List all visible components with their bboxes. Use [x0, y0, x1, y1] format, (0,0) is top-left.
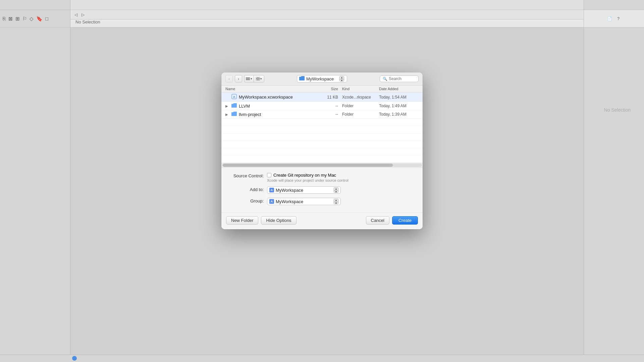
add-to-field-content: A MyWorkspace: [269, 188, 332, 193]
group-label: Group:: [227, 198, 267, 203]
file-row-llvm-project[interactable]: ▶ llvm-project -- Folder Today, 1:39 AM: [221, 110, 423, 119]
column-headers: Name Size Kind Date Added: [221, 85, 423, 93]
add-to-stepper[interactable]: ▲ ▼: [334, 187, 338, 193]
footer-right-buttons: Cancel Create: [366, 216, 418, 225]
right-panel: 📄 ?: [584, 0, 644, 362]
add-to-row: Add to: A MyWorkspace ▲ ▼: [227, 186, 417, 194]
source-control-content: Create Git repository on my Mac Xcode wi…: [267, 173, 348, 182]
file-kind-llvm-project: Folder: [338, 112, 375, 117]
empty-row-2: [221, 126, 423, 133]
git-repo-hint: Xcode will place your project under sour…: [267, 178, 348, 182]
source-control-label: Source Control:: [227, 173, 267, 178]
file-name-llvm: LLVM: [239, 104, 250, 109]
dialog-forward-button[interactable]: ›: [235, 75, 242, 82]
left-sidebar: ⎘ ⊠ ⊞ ⚐ ◇ 🔖 □: [0, 0, 70, 362]
cancel-button[interactable]: Cancel: [366, 216, 389, 225]
location-stepper[interactable]: ▲ ▼: [339, 76, 344, 81]
sidebar-toolbar-icon-7[interactable]: □: [45, 16, 48, 21]
footer-left-buttons: New Folder Hide Options: [226, 216, 297, 225]
empty-row-5: [221, 148, 423, 156]
git-repo-row: Create Git repository on my Mac: [267, 173, 348, 178]
horizontal-scrollbar[interactable]: [221, 163, 423, 168]
sidebar-toolbar-icon-2[interactable]: ⊠: [8, 16, 13, 22]
svg-text:A: A: [233, 95, 235, 99]
sidebar-toolbar-icon-4[interactable]: ⚐: [22, 16, 27, 22]
right-inspector-header: 📄 ?: [584, 10, 644, 27]
file-list-area: Name Size Kind Date Added A MyWorkspace.…: [221, 85, 423, 163]
list-view-button[interactable]: ▾: [244, 75, 254, 82]
svg-rect-7: [256, 77, 258, 78]
sidebar-toolbar-icon-6[interactable]: 🔖: [36, 16, 43, 22]
no-selection-right: No Selection: [604, 107, 631, 113]
search-icon: 🔍: [383, 77, 387, 81]
col-header-date: Date Added: [375, 87, 419, 91]
hide-options-button[interactable]: Hide Options: [261, 216, 296, 225]
dialog-footer: New Folder Hide Options Cancel Create: [221, 213, 423, 229]
grid-view-button[interactable]: ▾: [254, 75, 264, 82]
group-value: MyWorkspace: [276, 199, 303, 204]
folder-icon-llvm-project: [231, 112, 237, 117]
file-kind-llvm: Folder: [338, 104, 375, 108]
file-row-llvm[interactable]: ▶ LLVM -- Folder Today, 1:49 AM: [221, 102, 423, 110]
status-indicator: [72, 356, 77, 361]
group-stepper[interactable]: ▲ ▼: [334, 199, 338, 204]
git-repo-label: Create Git repository on my Mac: [273, 173, 336, 178]
file-size-llvm: --: [311, 104, 338, 108]
scrollbar-thumb[interactable]: [223, 164, 393, 167]
group-field-content: A MyWorkspace: [269, 199, 332, 204]
empty-row-6: [221, 156, 423, 163]
file-size-workspace: 11 KB: [311, 95, 338, 100]
status-bar: [0, 355, 644, 362]
svg-rect-10: [258, 79, 260, 80]
nav-back-icon[interactable]: ◁: [73, 12, 79, 17]
source-control-row: Source Control: Create Git repository on…: [227, 173, 417, 182]
file-inspector-icon[interactable]: 📄: [607, 16, 613, 22]
dialog-toolbar: ‹ › ▾ ▾ MyWorkspac: [221, 72, 423, 85]
location-picker[interactable]: MyWorkspace ▲ ▼: [297, 75, 347, 82]
file-name-llvm-project: llvm-project: [239, 112, 261, 117]
file-date-workspace: Today, 1:54 AM: [375, 95, 419, 100]
empty-row-3: [221, 133, 423, 141]
col-header-name: Name: [225, 87, 311, 91]
col-header-kind: Kind: [338, 87, 375, 91]
sidebar-toolbar-icon-5[interactable]: ◇: [30, 16, 34, 22]
file-name-workspace: MyWorkspace.xcworkspace: [239, 95, 293, 100]
location-bar: MyWorkspace ▲ ▼: [266, 75, 378, 82]
empty-row-1: [221, 119, 423, 126]
git-repo-checkbox[interactable]: [267, 173, 271, 177]
file-date-llvm-project: Today, 1:39 AM: [375, 112, 419, 117]
folder-icon-llvm: [231, 103, 237, 109]
group-select[interactable]: A MyWorkspace ▲ ▼: [267, 198, 341, 205]
expand-arrow-llvm[interactable]: ▶: [225, 104, 229, 108]
col-header-size: Size: [311, 87, 338, 91]
new-folder-button[interactable]: New Folder: [226, 216, 258, 225]
search-box: 🔍: [380, 75, 419, 82]
workspace-file-icon: A: [231, 94, 237, 100]
file-dialog: ‹ › ▾ ▾ MyWorkspac: [221, 72, 423, 229]
group-workspace-icon: A: [269, 199, 274, 204]
sidebar-toolbar-icon-3[interactable]: ⊞: [15, 16, 20, 22]
no-selection-left: No Selection: [75, 19, 100, 24]
quick-help-icon[interactable]: ?: [615, 16, 622, 22]
file-kind-workspace: Xcode...rkspace: [338, 95, 375, 100]
add-to-select[interactable]: A MyWorkspace ▲ ▼: [267, 186, 341, 194]
dialog-back-button[interactable]: ‹: [225, 75, 233, 82]
add-to-value: MyWorkspace: [276, 188, 303, 193]
svg-rect-9: [256, 79, 258, 80]
sidebar-toolbar-icon-1[interactable]: ⎘: [3, 16, 6, 21]
empty-row-4: [221, 141, 423, 148]
file-row-workspace[interactable]: A MyWorkspace.xcworkspace 11 KB Xcode...…: [221, 93, 423, 102]
scrollbar-track: [222, 164, 422, 167]
nav-forward-icon[interactable]: ▷: [80, 12, 86, 17]
view-toggle: ▾ ▾: [244, 75, 264, 82]
expand-arrow-llvm-project[interactable]: ▶: [225, 113, 229, 116]
options-section: Source Control: Create Git repository on…: [221, 168, 423, 213]
folder-icon: [299, 76, 305, 81]
add-to-workspace-icon: A: [269, 188, 274, 192]
group-row: Group: A MyWorkspace ▲ ▼: [227, 198, 417, 205]
create-button[interactable]: Create: [392, 216, 418, 225]
window-titlebar: [0, 0, 644, 10]
search-input[interactable]: [389, 76, 416, 81]
center-toolbar: ◁ ▷: [70, 10, 584, 19]
file-size-llvm-project: --: [311, 112, 338, 117]
